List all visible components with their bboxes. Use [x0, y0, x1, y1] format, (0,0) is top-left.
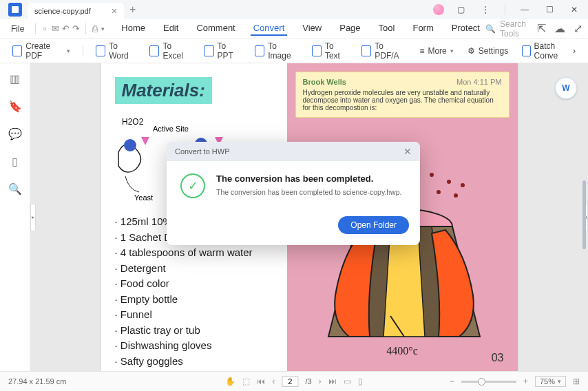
kebab-menu-icon[interactable]: ⋮	[477, 1, 494, 18]
dialog-heading: The conversion has been completed.	[216, 173, 401, 184]
comment-text: Hydrogen peroxide molecules are very uns…	[303, 89, 502, 112]
page-dimensions: 27.94 x 21.59 cm	[8, 377, 66, 385]
statusbar: 27.94 x 21.59 cm ✋ ⬚ ⏮ ‹ /3 › ⏭ ▭ ▯ − + …	[0, 371, 588, 391]
print-icon[interactable]: ⎙	[91, 23, 98, 35]
bookmark-icon[interactable]: 🔖	[8, 99, 22, 113]
divider	[83, 45, 83, 56]
expand-icon[interactable]: ⤢	[574, 22, 582, 35]
scrollbar-thumb[interactable]	[582, 180, 586, 249]
divider	[35, 23, 36, 34]
to-word-button[interactable]: To Word	[92, 39, 140, 63]
convert-toolbar: Create PDF▾ To Word To Excel To PPT To I…	[0, 39, 588, 63]
left-sidebar: ▥ 🔖 💬 ▯ 🔍	[0, 63, 30, 371]
notification-icon[interactable]: ▢	[452, 1, 469, 18]
fit-width-icon[interactable]: ▭	[344, 377, 351, 386]
share-icon[interactable]: ⇱	[537, 22, 546, 35]
gear-icon: ⚙	[468, 46, 475, 56]
menu-home[interactable]: Home	[118, 21, 148, 36]
first-page-icon[interactable]: ⏮	[257, 377, 265, 386]
zoom-thumb[interactable]	[478, 378, 485, 385]
hand-tool-icon[interactable]: ✋	[225, 377, 235, 386]
save-icon[interactable]: ▫	[41, 23, 49, 35]
word-export-badge[interactable]: W	[555, 77, 577, 99]
comment-note[interactable]: Brook Wells Mon 4:11 PM Hydrogen peroxid…	[295, 72, 510, 118]
menu-protect[interactable]: Protect	[449, 21, 483, 36]
mail-icon[interactable]: ✉	[52, 23, 59, 35]
document-tab[interactable]: science-copy.pdf ×	[28, 3, 124, 19]
user-avatar-icon[interactable]	[433, 4, 444, 15]
batch-icon	[522, 45, 530, 56]
list-item: Funnel	[115, 307, 273, 323]
search-panel-icon[interactable]: 🔍	[8, 182, 22, 196]
thumbnails-icon[interactable]: ▥	[8, 72, 22, 85]
create-pdf-button[interactable]: Create PDF▾	[8, 39, 74, 63]
hamburger-icon: ≡	[419, 46, 424, 56]
maximize-button[interactable]: ☐	[541, 1, 558, 18]
menu-edit[interactable]: Edit	[160, 21, 181, 36]
search-tools[interactable]: 🔍 Search Tools	[485, 19, 526, 39]
chevron-down-icon: ▾	[67, 47, 70, 54]
dialog-title: Convert to HWP	[175, 147, 229, 156]
tab-close-icon[interactable]: ×	[112, 6, 117, 17]
app-icon	[8, 3, 22, 17]
prev-page-icon[interactable]: ‹	[272, 377, 275, 386]
attachment-icon[interactable]: ▯	[8, 154, 22, 168]
to-text-button[interactable]: To Text	[308, 39, 352, 63]
chevron-right-icon: ›	[573, 46, 576, 56]
file-menu[interactable]: File	[6, 23, 30, 35]
menu-form[interactable]: Form	[410, 21, 436, 36]
divider	[85, 23, 86, 34]
to-image-button[interactable]: To Image	[251, 39, 302, 63]
menu-page[interactable]: Page	[337, 21, 363, 36]
menu-comment[interactable]: Comment	[193, 21, 238, 36]
zoom-slider[interactable]	[461, 381, 516, 383]
text-icon	[312, 45, 322, 56]
titlebar: science-copy.pdf × + ▢ ⋮ — ☐ ✕	[0, 0, 588, 19]
svg-point-3	[437, 190, 441, 194]
comment-time: Mon 4:11 PM	[456, 78, 501, 86]
comment-panel-icon[interactable]: 💬	[8, 127, 22, 140]
image-icon	[255, 45, 264, 56]
minimize-button[interactable]: —	[516, 1, 533, 18]
list-item: Detergent	[115, 261, 273, 277]
redo-icon[interactable]: ↷	[72, 23, 80, 35]
dialog-close-button[interactable]: ✕	[403, 146, 412, 157]
h2o2-label: H2O2	[122, 117, 144, 127]
batch-convert-button[interactable]: Batch Conve›	[518, 39, 580, 63]
menu-view[interactable]: View	[300, 21, 324, 36]
chevron-down-icon: ▾	[450, 47, 454, 54]
create-pdf-icon	[12, 45, 22, 56]
cloud-icon[interactable]: ☁	[554, 22, 565, 35]
materials-heading: Materials:	[115, 77, 212, 104]
active-site-label: Active Site	[153, 125, 189, 133]
to-excel-button[interactable]: To Excel	[145, 39, 194, 63]
yeast-label: Yeast	[134, 193, 153, 200]
zoom-out-icon[interactable]: −	[450, 377, 454, 386]
zoom-in-icon[interactable]: +	[523, 377, 528, 386]
select-tool-icon[interactable]: ⬚	[242, 377, 250, 386]
excel-icon	[149, 45, 159, 56]
zoom-level[interactable]: 75%▾	[535, 376, 566, 387]
svg-point-6	[430, 173, 434, 177]
chevron-down-icon[interactable]: ▾	[101, 25, 105, 32]
view-mode-icon[interactable]: ⊞	[573, 377, 580, 386]
last-page-icon[interactable]: ⏭	[328, 377, 337, 386]
comment-author: Brook Wells	[303, 78, 346, 86]
new-tab-button[interactable]: +	[129, 3, 136, 16]
word-icon	[96, 45, 105, 56]
next-page-icon[interactable]: ›	[319, 377, 322, 386]
page-input[interactable]	[282, 376, 298, 387]
close-window-button[interactable]: ✕	[566, 1, 582, 18]
settings-button[interactable]: ⚙Settings	[463, 39, 512, 63]
menu-convert[interactable]: Convert	[251, 21, 288, 36]
fit-page-icon[interactable]: ▯	[358, 377, 363, 386]
temperature-label: 4400°c	[386, 345, 418, 357]
to-ppt-button[interactable]: To PPT	[200, 39, 245, 63]
list-item: Dishwashing gloves	[115, 338, 273, 354]
undo-icon[interactable]: ↶	[62, 23, 70, 35]
open-folder-button[interactable]: Open Folder	[338, 216, 409, 234]
menu-tool[interactable]: Tool	[376, 21, 398, 36]
more-button[interactable]: ≡More▾	[415, 43, 457, 59]
svg-point-7	[461, 183, 465, 187]
to-pdfa-button[interactable]: To PDF/A	[357, 39, 410, 63]
